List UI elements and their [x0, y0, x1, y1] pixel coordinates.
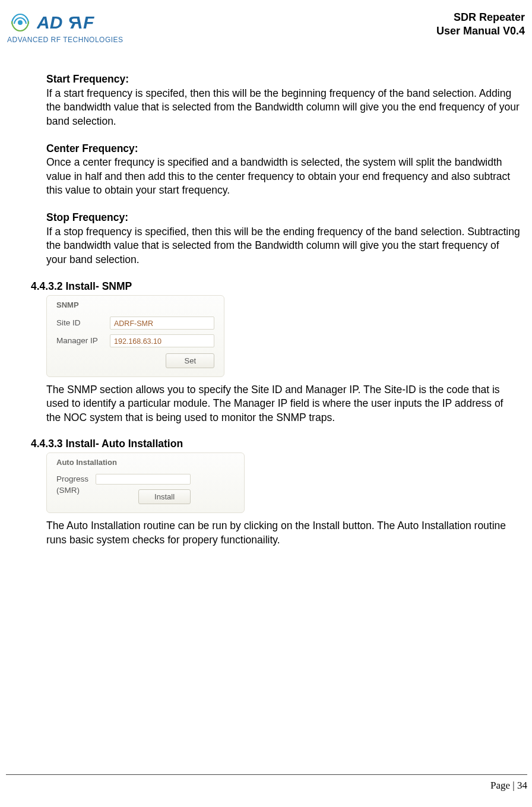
svg-text:F: F: [83, 12, 94, 32]
progress-bar: [96, 474, 191, 485]
snmp-panel-title: SNMP: [56, 300, 214, 309]
svg-text:AD: AD: [37, 12, 62, 32]
site-id-label: Site ID: [56, 318, 104, 327]
logo-wordmark-icon: AD R F: [37, 12, 108, 33]
stop-frequency-section: Stop Frequency: If a stop frequency is s…: [46, 211, 520, 267]
auto-install-panel: Auto Installation Progress (SMR) Install: [46, 452, 245, 513]
auto-install-heading: 4.4.3.3 Install- Auto Installation: [31, 438, 520, 450]
progress-label-l2: (SMR): [56, 486, 80, 495]
manager-ip-label: Manager IP: [56, 336, 104, 345]
center-frequency-section: Center Frequency: Once a center frequncy…: [46, 142, 520, 198]
doc-title-line1: SDR Repeater: [436, 11, 525, 24]
footer-divider: [6, 774, 527, 775]
center-frequency-heading: Center Frequency:: [46, 143, 138, 154]
install-button[interactable]: Install: [138, 489, 191, 504]
start-frequency-heading: Start Frequency:: [46, 73, 129, 85]
center-frequency-text: Once a center frequncy is specified and …: [46, 156, 510, 196]
stop-frequency-text: If a stop frequency is specified, then t…: [46, 226, 520, 265]
logo-mark-icon: [7, 11, 33, 34]
page-number: Page | 34: [490, 780, 527, 792]
start-frequency-text: If a start frequency is specifed, then t…: [46, 87, 520, 127]
brand-logo: AD R F ADVANCED RF TECHNOLOGIES: [7, 11, 124, 44]
logo-subtitle: ADVANCED RF TECHNOLOGIES: [7, 36, 124, 44]
auto-install-description: The Auto Installation routine can be run…: [46, 519, 520, 547]
progress-label-l1: Progress: [56, 474, 88, 483]
set-button[interactable]: Set: [166, 353, 214, 368]
snmp-panel: SNMP Site ID ADRF-SMR Manager IP 192.168…: [46, 295, 224, 377]
document-title: SDR Repeater User Manual V0.4: [436, 11, 525, 39]
auto-install-panel-title: Auto Installation: [56, 458, 235, 467]
snmp-heading: 4.4.3.2 Install- SNMP: [31, 280, 520, 293]
start-frequency-section: Start Frequency: If a start frequency is…: [46, 72, 520, 129]
progress-label: Progress (SMR): [56, 474, 88, 496]
stop-frequency-heading: Stop Frequency:: [46, 211, 128, 223]
svg-point-0: [18, 20, 23, 25]
doc-title-line2: User Manual V0.4: [436, 24, 525, 38]
page-header: AD R F ADVANCED RF TECHNOLOGIES SDR Repe…: [5, 11, 527, 44]
manager-ip-input[interactable]: 192.168.63.10: [110, 334, 214, 347]
site-id-input[interactable]: ADRF-SMR: [110, 317, 214, 330]
snmp-description: The SNMP section allows you to specify t…: [46, 383, 520, 425]
svg-text:R: R: [69, 12, 82, 32]
